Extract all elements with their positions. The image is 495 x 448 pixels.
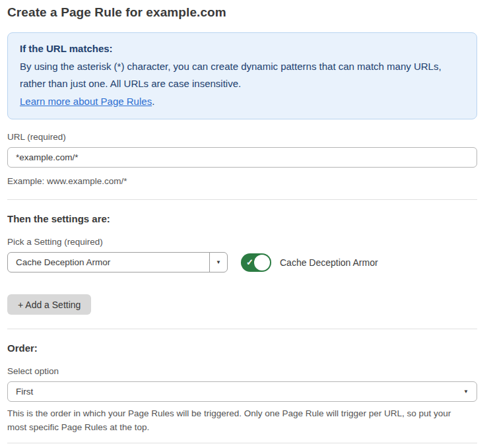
url-input[interactable] [7,147,477,168]
url-helper-text: Example: www.example.com/* [7,174,477,188]
order-helper-text: This is the order in which your Page Rul… [7,406,469,434]
toggle-knob [254,255,270,271]
info-box-heading: If the URL matches: [20,40,465,58]
add-setting-button[interactable]: + Add a Setting [7,294,91,315]
order-select-label: Select option [7,366,477,376]
order-select[interactable]: First ▼ [7,381,477,402]
url-field-label: URL (required) [7,132,477,142]
chevron-down-icon: ▼ [463,389,477,395]
info-box-body-text: By using the asterisk (*) character, you… [20,61,442,90]
setting-dropdown-value: Cache Deception Armor [8,253,209,272]
divider [7,329,477,329]
setting-picker-label: Pick a Setting (required) [7,237,477,247]
learn-more-link[interactable]: Learn more about Page Rules [20,96,152,107]
order-select-value: First [8,387,463,397]
divider [7,443,477,443]
check-icon: ✓ [246,258,253,267]
divider [7,199,477,200]
setting-dropdown-arrow-button[interactable]: ▼ [209,253,227,272]
url-match-info-box: If the URL matches: By using the asteris… [7,32,477,119]
info-box-body: By using the asterisk (*) character, you… [20,58,465,93]
page-rule-form: Create a Page Rule for example.com If th… [7,0,477,448]
setting-row: Cache Deception Armor ▼ ✓ Cache Deceptio… [7,252,477,272]
link-suffix: . [152,96,154,107]
chevron-down-icon: ▼ [216,259,221,265]
settings-section-heading: Then the settings are: [7,213,477,224]
page-title: Create a Page Rule for example.com [7,5,477,20]
toggle-label: Cache Deception Armor [280,257,378,268]
cache-deception-armor-toggle[interactable]: ✓ [241,253,271,272]
setting-dropdown[interactable]: Cache Deception Armor ▼ [7,252,228,272]
order-section-heading: Order: [7,342,477,354]
info-box-link-line: Learn more about Page Rules. [20,93,465,111]
